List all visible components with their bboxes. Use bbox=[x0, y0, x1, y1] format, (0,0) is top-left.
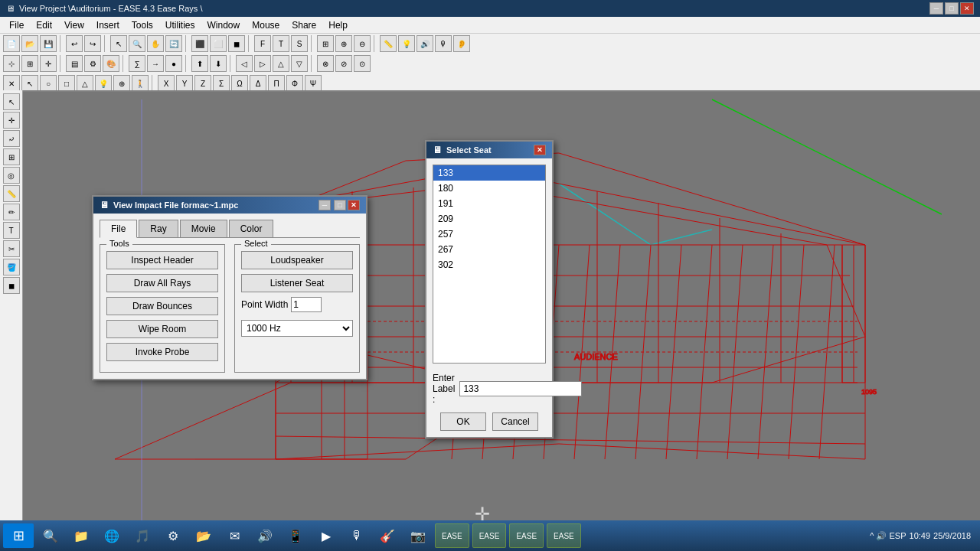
tb-aim[interactable]: ⊕ bbox=[113, 75, 130, 92]
tab-ray[interactable]: Ray bbox=[139, 220, 178, 237]
seat-item-180[interactable]: 180 bbox=[433, 181, 545, 196]
tb-mode3[interactable]: Z bbox=[194, 75, 211, 92]
seat-item-267[interactable]: 267 bbox=[433, 242, 545, 257]
tb-ray[interactable]: → bbox=[147, 55, 164, 72]
menu-utilities[interactable]: Utilities bbox=[159, 18, 201, 32]
impact-minimize-btn[interactable]: ─ bbox=[318, 200, 331, 210]
ease-app-1[interactable]: EASE bbox=[435, 523, 469, 548]
label-input[interactable] bbox=[459, 381, 582, 396]
menu-insert[interactable]: Insert bbox=[90, 18, 126, 32]
tb-circle[interactable]: ○ bbox=[40, 75, 57, 92]
tool-scale[interactable]: ⊞ bbox=[3, 148, 20, 165]
search-taskbar[interactable]: 🔍 bbox=[37, 523, 64, 548]
invoke-probe-btn[interactable]: Invoke Probe bbox=[106, 343, 218, 361]
tb-rotate[interactable]: 🔄 bbox=[165, 35, 182, 52]
seat-item-302[interactable]: 302 bbox=[433, 257, 545, 272]
media-taskbar[interactable]: 🎵 bbox=[129, 523, 156, 548]
menu-tools[interactable]: Tools bbox=[126, 18, 159, 32]
tb-fit[interactable]: ⊞ bbox=[317, 35, 334, 52]
seat-list[interactable]: 133 180 191 209 257 267 302 bbox=[433, 165, 546, 364]
tb-zoomin[interactable]: ⊕ bbox=[335, 35, 352, 52]
tb-export[interactable]: ⬆ bbox=[191, 55, 208, 72]
tool-move[interactable]: ✛ bbox=[3, 112, 20, 129]
tb-mode5[interactable]: Ω bbox=[231, 75, 248, 92]
app6-taskbar[interactable]: 📷 bbox=[404, 523, 432, 548]
menu-view[interactable]: View bbox=[58, 18, 90, 32]
seat-item-209[interactable]: 209 bbox=[433, 211, 545, 227]
menu-file[interactable]: File bbox=[3, 18, 30, 32]
tb-mat[interactable]: 🎨 bbox=[103, 55, 119, 72]
app3-taskbar[interactable]: ▶ bbox=[312, 523, 340, 548]
tb-listener[interactable]: 👂 bbox=[453, 35, 470, 52]
seat-close-btn[interactable]: ✕ bbox=[534, 145, 546, 155]
draw-all-rays-btn[interactable]: Draw All Rays bbox=[106, 274, 218, 292]
tb-undo[interactable]: ↩ bbox=[66, 35, 83, 52]
tb-arrow[interactable]: ↖ bbox=[21, 75, 38, 92]
tb-snap[interactable]: ⊹ bbox=[3, 55, 20, 72]
tb-mode6[interactable]: Δ bbox=[250, 75, 266, 92]
tb-impact[interactable]: ● bbox=[165, 55, 182, 72]
app5-taskbar[interactable]: 🎸 bbox=[374, 523, 401, 548]
tb-misc1[interactable]: ⊗ bbox=[317, 55, 334, 72]
maximize-button[interactable]: □ bbox=[945, 2, 959, 15]
tb-select[interactable]: ↖ bbox=[110, 35, 127, 52]
tab-color[interactable]: Color bbox=[229, 220, 274, 237]
app4-taskbar[interactable]: 🎙 bbox=[343, 523, 371, 548]
impact-maximize-btn[interactable]: □ bbox=[334, 200, 346, 210]
tool-measure2[interactable]: 📏 bbox=[3, 185, 20, 202]
tb-misc2[interactable]: ⊘ bbox=[335, 55, 352, 72]
tb-3d[interactable]: ⬛ bbox=[191, 35, 208, 52]
tb-mode2[interactable]: Y bbox=[176, 75, 193, 92]
loudspeaker-btn[interactable]: Loudspeaker bbox=[241, 251, 353, 269]
menu-edit[interactable]: Edit bbox=[30, 18, 58, 32]
tb-nav3[interactable]: △ bbox=[273, 55, 289, 72]
close-button[interactable]: ✕ bbox=[960, 2, 974, 15]
seat-item-191[interactable]: 191 bbox=[433, 196, 545, 211]
tool-erase[interactable]: ◼ bbox=[3, 277, 20, 294]
tb-nav2[interactable]: ▷ bbox=[254, 55, 271, 72]
tb-light[interactable]: 💡 bbox=[398, 35, 415, 52]
tool-node[interactable]: ◎ bbox=[3, 167, 20, 184]
draw-bounces-btn[interactable]: Draw Bounces bbox=[106, 297, 218, 315]
browser-taskbar[interactable]: 🌐 bbox=[98, 523, 126, 548]
frequency-select[interactable]: 1000 Hz 500 Hz 2000 Hz 4000 Hz bbox=[241, 320, 353, 337]
files-taskbar[interactable]: 📁 bbox=[67, 523, 95, 548]
tb-mode8[interactable]: Φ bbox=[286, 75, 303, 92]
ease-app-4[interactable]: EASE bbox=[547, 523, 581, 548]
tb-pan[interactable]: ✋ bbox=[147, 35, 164, 52]
tb-cross[interactable]: ✕ bbox=[3, 75, 20, 92]
tb-mode9[interactable]: Ψ bbox=[305, 75, 322, 92]
tb-lamp[interactable]: 💡 bbox=[95, 75, 112, 92]
tb-calc[interactable]: ∑ bbox=[129, 55, 145, 72]
tool-text[interactable]: T bbox=[3, 222, 20, 239]
tb-misc3[interactable]: ⊙ bbox=[354, 55, 371, 72]
tb-axis[interactable]: ✛ bbox=[40, 55, 57, 72]
minimize-button[interactable]: ─ bbox=[929, 2, 943, 15]
tb-speaker[interactable]: 🔊 bbox=[416, 35, 433, 52]
wipe-room-btn[interactable]: Wipe Room bbox=[106, 320, 218, 338]
tb-walk[interactable]: 🚶 bbox=[132, 75, 149, 92]
tb-measure[interactable]: 📏 bbox=[380, 35, 397, 52]
tab-movie[interactable]: Movie bbox=[180, 220, 227, 237]
tb-mode4[interactable]: Σ bbox=[213, 75, 230, 92]
tb-save[interactable]: 💾 bbox=[40, 35, 57, 52]
tb-import[interactable]: ⬇ bbox=[210, 55, 227, 72]
tool-draw[interactable]: ✏ bbox=[3, 204, 20, 220]
tb-side[interactable]: S bbox=[291, 35, 308, 52]
tb-front[interactable]: F bbox=[254, 35, 271, 52]
tb-layers[interactable]: ▤ bbox=[66, 55, 83, 72]
tab-file[interactable]: File bbox=[100, 220, 137, 238]
ok-button[interactable]: OK bbox=[440, 412, 486, 431]
mail-taskbar[interactable]: ✉ bbox=[220, 523, 248, 548]
tb-top[interactable]: T bbox=[273, 35, 289, 52]
tb-zoomout[interactable]: ⊖ bbox=[354, 35, 371, 52]
impact-close-btn[interactable]: ✕ bbox=[348, 200, 360, 210]
listener-seat-btn[interactable]: Listener Seat bbox=[241, 274, 353, 292]
tb-shade[interactable]: ◼ bbox=[228, 35, 245, 52]
menu-window[interactable]: Window bbox=[201, 18, 247, 32]
tb-mode1[interactable]: X bbox=[158, 75, 175, 92]
tool-select[interactable]: ↖ bbox=[3, 93, 20, 110]
tb-nav4[interactable]: ▽ bbox=[291, 55, 308, 72]
menu-mouse[interactable]: Mouse bbox=[246, 18, 286, 32]
tb-redo[interactable]: ↪ bbox=[84, 35, 101, 52]
